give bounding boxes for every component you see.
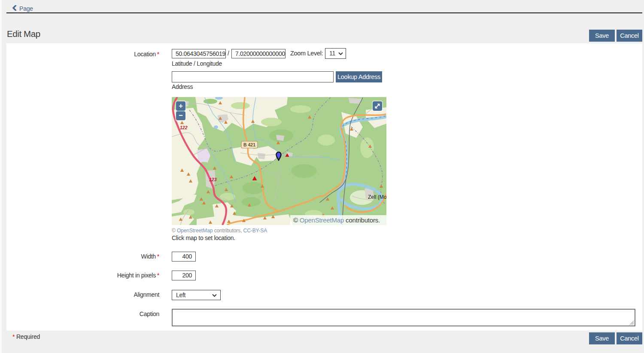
svg-text:B 421: B 421 bbox=[243, 142, 255, 147]
svg-text:122: 122 bbox=[180, 125, 188, 130]
svg-text:123: 123 bbox=[209, 177, 217, 182]
svg-text:Zell (Mos: Zell (Mos bbox=[368, 194, 386, 200]
